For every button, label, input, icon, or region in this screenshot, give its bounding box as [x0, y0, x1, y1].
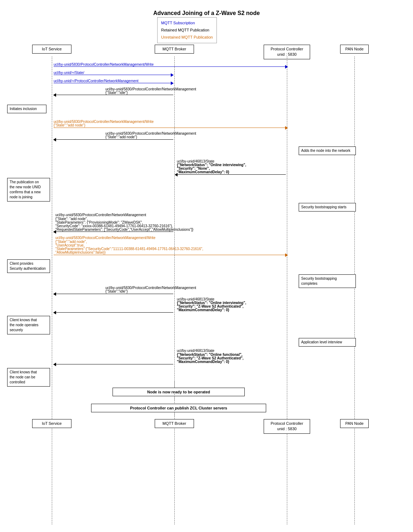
lifeline-header-mqtt-bottom: MQTT Broker — [155, 419, 194, 428]
msg-line-m1a — [54, 66, 288, 67]
arrow-m11 — [53, 311, 56, 314]
note-client-knows-operates: Client knows thatthe node operates secur… — [7, 316, 50, 334]
arrow-m8 — [53, 230, 56, 234]
msg-line-m3 — [54, 83, 173, 83]
msg-label-m3: ucl/by-unid/+/ProtocolController/Network… — [54, 79, 139, 83]
msg-label-m10b: {"State":"idle"} — [105, 289, 128, 293]
msg-label-m7d: "MaximumCommandDelay": 0} — [177, 170, 229, 174]
msg-label-m11d: "MaximumCommandDelay": 0} — [177, 308, 229, 312]
msg-label-m8e: "RequestedStateParameters": ["SecurityCo… — [55, 228, 193, 232]
msg-line-m12 — [54, 364, 173, 364]
msg-line-m6 — [54, 139, 173, 140]
msg-line-m10 — [54, 294, 173, 294]
arrow-m5 — [285, 126, 288, 130]
arrow-m9 — [285, 253, 288, 257]
lifeline-header-iot-bottom: IoT Service — [32, 419, 71, 428]
lifeline-iot — [52, 56, 52, 524]
msg-label-m8a: ucl/by-unid/5830/ProtocolController/Netw… — [55, 213, 146, 217]
msg-label-m6b: {"State":"add node"} — [105, 135, 137, 139]
banner-connector-3 — [174, 410, 175, 417]
note-security-bootstrapping-completes: Security bootstrapping completes — [299, 274, 356, 288]
lifeline-mqtt — [174, 56, 175, 524]
msg-line-m11 — [54, 312, 173, 313]
lifeline-header-iot-top: IoT Service — [32, 45, 71, 54]
note-client-knows-controlled: Client knows thatthe node can be control… — [7, 368, 50, 387]
lifeline-pan — [354, 56, 355, 524]
msg-line-m8 — [54, 232, 173, 232]
note-security-bootstrapping-starts: Security bootstrapping starts — [299, 203, 356, 212]
note-adds-node: Adds the node into the network — [299, 146, 356, 155]
banner-connector-1 — [174, 381, 175, 388]
msg-line-m7 — [175, 174, 286, 175]
msg-line-m5 — [54, 128, 288, 128]
msg-label-m5b: {"State":"add node"} — [54, 123, 85, 127]
lifeline-header-pan-bottom: PAN Node — [340, 419, 369, 428]
arrow-m7 — [175, 173, 178, 176]
note-publication-confirms: The publication onthe new node UNIDconfi… — [7, 178, 50, 202]
banner-node-ready: Node is now ready to be operated — [113, 388, 245, 396]
msg-label-m1a: ucl/by-unid/5830/ProtocolController/Netw… — [54, 63, 154, 66]
msg-label-m9a: ucl/by-unid/5830/ProtocolController/Netw… — [55, 236, 155, 240]
note-client-provides-security: Client providesSecurity authentication — [7, 259, 50, 273]
legend-unretained: Unretained MQTT Publication — [161, 34, 213, 41]
lifeline-header-proto-bottom: Protocol Controllerunid : 5830 — [264, 419, 310, 434]
arrow-m2 — [171, 73, 174, 77]
msg-label-m2: ucl/by-unid/+/State/ — [54, 71, 84, 75]
note-initiates-inclusion: Initiates inclusion — [7, 105, 46, 113]
banner-zcl-publish: Protocol Controller can publish ZCL Clus… — [91, 404, 266, 412]
lifeline-header-mqtt-top: MQTT Broker — [155, 45, 194, 54]
arrow-m10 — [53, 292, 56, 296]
lifeline-header-pan-top: PAN Node — [340, 45, 369, 54]
msg-label-m9e: "AllowMultipleInclusions":false}} — [55, 250, 106, 254]
msg-label-m12a: ucl/by-unid/46813/State — [177, 349, 214, 353]
msg-label-m12d: "MaximumCommandDelay": 0} — [177, 360, 229, 364]
msg-line-m9 — [54, 255, 288, 255]
arrow-m12 — [53, 363, 56, 366]
arrow-m3 — [171, 81, 174, 85]
arrow-m6 — [53, 138, 56, 141]
legend-retained: Retained MQTT Publication — [161, 27, 213, 34]
msg-line-m2 — [54, 75, 173, 75]
msg-label-m4b: {"State":"idle"} — [105, 91, 128, 95]
legend-mqtt-sub: MQTT Subscription — [161, 20, 213, 27]
banner-connector-2 — [174, 394, 175, 401]
arrow-m4 — [53, 93, 56, 97]
legend-box: MQTT Subscription Retained MQTT Publicat… — [157, 17, 217, 43]
msg-line-m4 — [54, 95, 173, 95]
note-application-level-interview: Application level interview — [299, 338, 356, 347]
arrow-m1a — [285, 65, 288, 69]
